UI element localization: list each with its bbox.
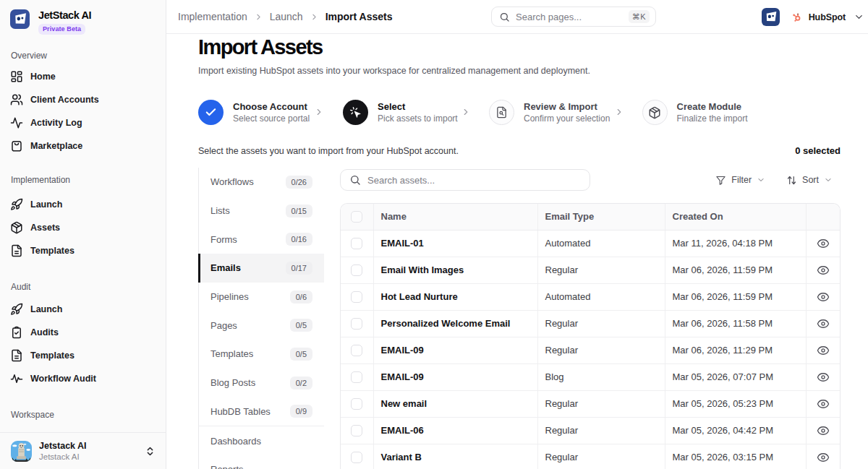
cell-created-on: Mar 06, 2026, 11:29 PM: [665, 337, 806, 363]
table-row: EMAIL-09 Regular Mar 06, 2026, 11:29 PM: [341, 337, 840, 363]
sidebar-item-label: Audits: [30, 327, 59, 337]
sidebar-item-audits[interactable]: Audits: [0, 321, 166, 344]
filter-button[interactable]: Filter: [715, 175, 765, 186]
pointer-click-icon: [343, 100, 368, 125]
tab-count-badge: 0/2: [290, 377, 312, 390]
sidebar-item-label: Marketplace: [30, 141, 82, 151]
row-checkbox[interactable]: [351, 291, 362, 303]
sidebar-item-launch[interactable]: Launch: [0, 193, 166, 216]
tab-templates[interactable]: Templates0/5: [199, 340, 324, 369]
asset-search-input[interactable]: Search assets...: [340, 169, 590, 191]
row-checkbox[interactable]: [351, 345, 362, 356]
tab-hubdb-tables[interactable]: HubDB Tables0/9: [199, 397, 324, 426]
section-label-overview: Overview: [0, 51, 166, 61]
cell-email-type: Automated: [537, 230, 665, 257]
column-header-created[interactable]: Created On: [665, 204, 806, 230]
cell-email-type: Regular: [537, 257, 665, 283]
sidebar-item-templates[interactable]: Templates: [0, 239, 166, 262]
tab-label: Lists: [210, 205, 230, 216]
file-icon: [10, 244, 23, 257]
select-all-checkbox[interactable]: [351, 211, 362, 223]
sidebar-item-label: Activity Log: [30, 118, 82, 128]
tab-pipelines[interactable]: Pipelines0/6: [199, 283, 324, 311]
cell-email-type: Automated: [537, 283, 665, 310]
activity-icon: [10, 116, 23, 129]
tab-label: Templates: [210, 348, 253, 359]
cell-name: New email: [373, 390, 537, 417]
bag-icon: [10, 139, 23, 152]
sidebar-item-assets[interactable]: Assets: [0, 216, 166, 239]
eye-icon[interactable]: [814, 288, 832, 306]
eye-icon[interactable]: [814, 235, 832, 252]
chevron-right-icon: [254, 12, 263, 22]
sidebar-item-workflow-audit[interactable]: Workflow Audit: [0, 367, 166, 390]
private-beta-badge: Private Beta: [38, 24, 85, 35]
global-search-input[interactable]: Search pages... ⌘K: [491, 7, 656, 27]
row-checkbox[interactable]: [351, 238, 362, 249]
table-row: Hot Lead Nurture Automated Mar 06, 2026,…: [341, 283, 840, 310]
table-row: Email With Images Regular Mar 06, 2026, …: [341, 257, 840, 283]
search-shortcut-badge: ⌘K: [629, 10, 650, 23]
tab-emails[interactable]: Emails0/17: [199, 254, 324, 283]
step-title: Select: [378, 101, 458, 113]
tab-workflows[interactable]: Workflows0/26: [199, 168, 324, 197]
eye-icon[interactable]: [814, 262, 832, 279]
assets-table: Name Email Type Created On EMAIL-01 Auto…: [340, 203, 841, 469]
breadcrumb-implementation[interactable]: Implementation: [178, 11, 247, 22]
cell-email-type: Blog: [537, 363, 665, 390]
sidebar-item-client-accounts[interactable]: Client Accounts: [0, 88, 166, 111]
row-checkbox[interactable]: [351, 371, 362, 383]
row-checkbox[interactable]: [351, 398, 362, 410]
tab-lists[interactable]: Lists0/15: [199, 197, 324, 225]
sidebar: JetStack AI Private Beta OverviewHomeCli…: [0, 0, 166, 469]
cell-name: EMAIL-09: [373, 363, 537, 390]
column-header-name[interactable]: Name: [373, 204, 537, 230]
sort-button[interactable]: Sort: [786, 175, 833, 186]
tab-blog-posts[interactable]: Blog Posts0/2: [199, 369, 324, 397]
column-header-type[interactable]: Email Type: [537, 204, 665, 230]
table-row: EMAIL-09 Blog Mar 05, 2026, 07:07 PM: [341, 363, 840, 390]
eye-icon[interactable]: [814, 369, 832, 386]
page-content: Import Assets Import existing HubSpot as…: [166, 34, 868, 469]
package-icon: [642, 100, 668, 125]
sidebar-item-marketplace[interactable]: Marketplace: [0, 134, 166, 158]
breadcrumb-launch[interactable]: Launch: [270, 11, 303, 22]
eye-icon[interactable]: [814, 395, 832, 413]
breadcrumb: Implementation Launch Import Assets: [178, 11, 393, 22]
eye-icon[interactable]: [814, 342, 832, 359]
sidebar-item-activity-log[interactable]: Activity Log: [0, 111, 166, 134]
tab-dashboards[interactable]: Dashboards: [199, 426, 324, 455]
sidebar-item-launch[interactable]: Launch: [0, 298, 166, 321]
workspace-switcher[interactable]: Jetstack AI Jetstack AI: [0, 432, 166, 469]
users-icon: [10, 93, 23, 106]
chevron-right-icon: [461, 107, 471, 117]
cell-name: Variant B: [373, 444, 537, 469]
eye-icon[interactable]: [814, 449, 832, 466]
cell-email-type: Regular: [537, 417, 665, 444]
eye-icon[interactable]: [814, 315, 832, 332]
portal-selector[interactable]: HubSpot: [791, 0, 864, 34]
tab-label: HubDB Tables: [210, 406, 271, 417]
tab-pages[interactable]: Pages0/5: [199, 311, 324, 340]
chevron-right-icon: [614, 107, 624, 117]
file-icon: [10, 349, 23, 362]
row-checkbox[interactable]: [351, 425, 362, 436]
section-label-audit: Audit: [0, 282, 166, 292]
funnel-icon: [715, 175, 726, 186]
sidebar-item-home[interactable]: Home: [0, 65, 166, 88]
workspace-org: Jetstack AI: [39, 452, 145, 462]
row-checkbox[interactable]: [351, 318, 362, 330]
cell-email-type: Regular: [537, 337, 665, 363]
sidebar-item-templates[interactable]: Templates: [0, 344, 166, 367]
sidebar-item-label: Home: [30, 72, 56, 82]
sidebar-item-label: Launch: [30, 199, 62, 210]
table-toolbar: Search assets... Filter Sort: [340, 169, 841, 191]
tab-forms[interactable]: Forms0/16: [199, 225, 324, 254]
row-checkbox[interactable]: [351, 264, 362, 276]
row-checkbox[interactable]: [351, 452, 362, 463]
tab-reports[interactable]: Reports: [199, 455, 324, 469]
jetstack-app-button[interactable]: [762, 8, 780, 26]
eye-icon[interactable]: [814, 422, 832, 439]
chevrons-up-down-icon: [145, 446, 156, 457]
global-search-placeholder: Search pages...: [516, 12, 629, 22]
